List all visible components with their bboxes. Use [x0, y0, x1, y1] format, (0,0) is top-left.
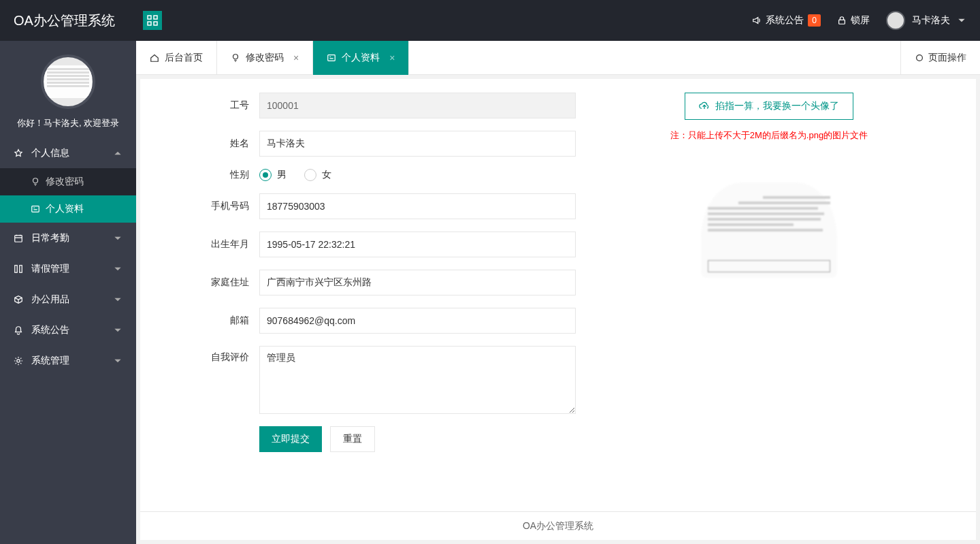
logo: OA办公管理系统 [0, 12, 136, 30]
svg-rect-2 [148, 22, 151, 25]
calendar-icon [14, 234, 23, 243]
bell-icon [14, 325, 23, 335]
chevron-down-icon [113, 356, 122, 366]
radio-label: 女 [322, 169, 331, 181]
sidebar-item-label: 系统管理 [31, 355, 69, 367]
box-icon [14, 295, 23, 304]
sidebar-item-label: 请假管理 [31, 263, 69, 275]
chevron-down-icon [113, 234, 122, 243]
upload-button-label: 掐指一算，我要换一个头像了 [715, 100, 839, 112]
self-eval-field[interactable] [259, 346, 576, 414]
sidebar-user: 你好！马卡洛夫, 欢迎登录 [0, 41, 136, 138]
id-card-icon [31, 204, 40, 214]
birth-field[interactable] [259, 231, 576, 257]
chevron-down-icon [113, 264, 122, 274]
radio-dot-off [304, 169, 316, 181]
name-field[interactable] [259, 131, 576, 157]
page-ops-button[interactable]: 页面操作 [900, 41, 980, 75]
tab-label: 个人资料 [342, 52, 380, 64]
svg-rect-3 [154, 22, 157, 25]
chevron-down-icon [113, 325, 122, 335]
username-label: 马卡洛夫 [912, 14, 950, 27]
footer: OA办公管理系统 [140, 511, 976, 540]
page-ops-label: 页面操作 [928, 52, 966, 64]
phone-field[interactable] [259, 193, 576, 219]
svg-rect-4 [839, 20, 845, 24]
avatar-large [41, 54, 95, 109]
radio-male[interactable]: 男 [259, 169, 287, 181]
home-icon [150, 53, 159, 63]
announce-label: 系统公告 [766, 14, 804, 27]
user-menu[interactable]: 马卡洛夫 [886, 11, 966, 30]
label-self: 自我评价 [154, 346, 259, 364]
sidebar-item-label: 个人资料 [46, 203, 84, 215]
svg-rect-9 [20, 265, 22, 272]
avatar-icon [886, 11, 905, 30]
avatar-preview [701, 182, 837, 291]
svg-point-5 [33, 178, 38, 183]
label-addr: 家庭住址 [154, 276, 259, 289]
tab-label: 后台首页 [165, 52, 203, 64]
sidebar-item-supplies[interactable]: 办公用品 [0, 284, 136, 315]
greeting-label: 你好！马卡洛夫, 欢迎登录 [0, 117, 136, 129]
sidebar-item-leave[interactable]: 请假管理 [0, 253, 136, 284]
columns-icon [14, 264, 23, 274]
bulb-icon [231, 53, 240, 63]
email-field[interactable] [259, 308, 576, 334]
sidebar-item-personal[interactable]: 个人信息 [0, 138, 136, 168]
svg-rect-1 [154, 16, 157, 19]
tab-password[interactable]: 修改密码 × [217, 41, 313, 75]
chevron-down-icon [113, 295, 122, 304]
sidebar-item-system[interactable]: 系统管理 [0, 345, 136, 376]
tab-label: 修改密码 [246, 52, 284, 64]
star-icon [14, 148, 23, 158]
radio-female[interactable]: 女 [304, 169, 331, 181]
label-name: 姓名 [154, 138, 259, 150]
reset-button[interactable]: 重置 [330, 426, 375, 452]
svg-rect-8 [15, 265, 18, 272]
addr-field[interactable] [259, 270, 576, 295]
label-phone: 手机号码 [154, 200, 259, 212]
sidebar-item-label: 修改密码 [46, 176, 84, 188]
sidebar: 你好！马卡洛夫, 欢迎登录 个人信息 修改密码 个人资料 日常考勤 请假管理 [0, 41, 136, 544]
radio-label: 男 [277, 169, 287, 181]
label-birth: 出生年月 [154, 238, 259, 251]
svg-rect-6 [32, 206, 39, 212]
tab-profile[interactable]: 个人资料 × [313, 41, 409, 75]
label-emp-no: 工号 [154, 99, 259, 112]
label-email: 邮箱 [154, 315, 259, 327]
svg-rect-7 [15, 235, 22, 242]
lock-label: 锁屏 [851, 14, 870, 27]
lock-button[interactable]: 锁屏 [837, 14, 870, 27]
cloud-upload-icon [699, 101, 710, 112]
gear-icon [14, 356, 23, 366]
upload-note: 注：只能上传不大于2M的后缀名为.png的图片文件 [576, 129, 962, 142]
bulb-icon [31, 177, 40, 187]
header-bar: OA办公管理系统 系统公告 0 锁屏 马卡洛夫 [0, 0, 980, 41]
close-icon[interactable]: × [289, 52, 299, 63]
svg-point-11 [233, 54, 238, 59]
label-gender: 性别 [154, 169, 259, 181]
sidebar-item-label: 系统公告 [31, 324, 69, 336]
sidebar-item-attendance[interactable]: 日常考勤 [0, 223, 136, 253]
svg-point-13 [917, 55, 923, 61]
toggle-sidebar-button[interactable] [143, 11, 162, 30]
sidebar-item-announce[interactable]: 系统公告 [0, 315, 136, 345]
upload-avatar-button[interactable]: 掐指一算，我要换一个头像了 [685, 93, 853, 120]
grid-icon [147, 15, 158, 26]
close-icon[interactable]: × [385, 52, 395, 63]
announce-count-badge: 0 [808, 14, 821, 27]
id-card-icon [327, 53, 336, 63]
circle-icon [915, 53, 924, 63]
sidebar-item-label: 日常考勤 [31, 232, 69, 244]
svg-point-10 [17, 359, 20, 362]
tab-bar: 后台首页 修改密码 × 个人资料 × 页面操作 [136, 41, 980, 75]
submit-button[interactable]: 立即提交 [259, 426, 322, 452]
sidebar-item-change-password[interactable]: 修改密码 [0, 168, 136, 195]
caret-down-icon [957, 16, 966, 25]
announce-button[interactable]: 系统公告 0 [752, 14, 821, 27]
svg-rect-0 [148, 16, 151, 19]
tab-home[interactable]: 后台首页 [136, 41, 217, 75]
main-body: 后台首页 修改密码 × 个人资料 × 页面操作 工号 [136, 41, 980, 544]
sidebar-item-profile[interactable]: 个人资料 [0, 195, 136, 223]
